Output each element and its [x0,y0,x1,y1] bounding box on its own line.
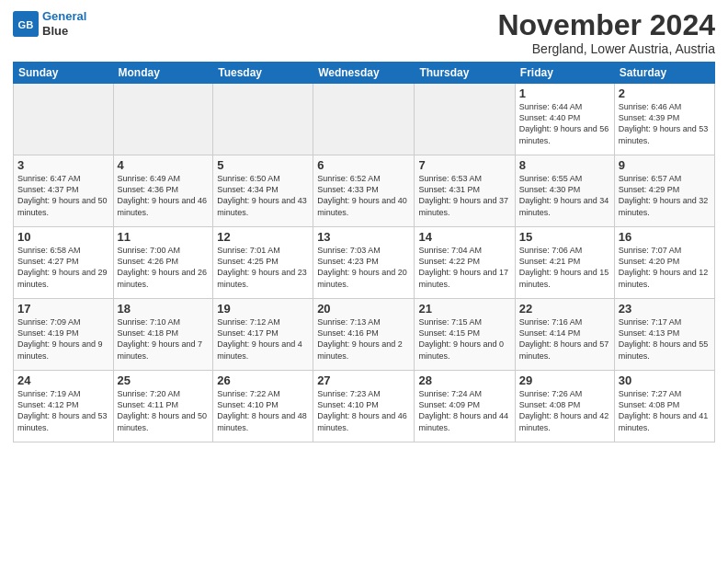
calendar-cell: 3Sunrise: 6:47 AM Sunset: 4:37 PM Daylig… [14,155,114,227]
calendar-cell: 26Sunrise: 7:22 AM Sunset: 4:10 PM Dayli… [213,371,313,442]
day-info: Sunrise: 6:44 AM Sunset: 4:40 PM Dayligh… [519,101,610,146]
day-info: Sunrise: 7:09 AM Sunset: 4:19 PM Dayligh… [17,316,109,362]
calendar-cell: 29Sunrise: 7:26 AM Sunset: 4:08 PM Dayli… [515,371,614,442]
calendar-week-row: 3Sunrise: 6:47 AM Sunset: 4:37 PM Daylig… [14,155,715,227]
day-info: Sunrise: 7:19 AM Sunset: 4:12 PM Dayligh… [17,388,109,433]
day-number: 20 [317,302,410,316]
calendar-cell: 5Sunrise: 6:50 AM Sunset: 4:34 PM Daylig… [213,155,313,227]
svg-text:GB: GB [18,18,34,29]
day-info: Sunrise: 7:27 AM Sunset: 4:08 PM Dayligh… [619,388,711,433]
day-info: Sunrise: 6:57 AM Sunset: 4:29 PM Dayligh… [619,173,711,218]
day-number: 11 [118,230,210,244]
calendar-cell: 1Sunrise: 6:44 AM Sunset: 4:40 PM Daylig… [515,84,614,155]
calendar-cell: 12Sunrise: 7:01 AM Sunset: 4:25 PM Dayli… [213,227,313,299]
day-number: 4 [118,158,210,172]
logo-text: General Blue [42,9,86,38]
day-number: 18 [118,302,210,316]
day-number: 1 [519,86,610,100]
calendar-cell: 7Sunrise: 6:53 AM Sunset: 4:31 PM Daylig… [415,155,515,227]
logo-line2: Blue [42,24,86,39]
calendar-cell [14,84,114,155]
weekday-header: Sunday [14,63,114,84]
day-info: Sunrise: 6:47 AM Sunset: 4:37 PM Dayligh… [17,173,109,218]
calendar-week-row: 1Sunrise: 6:44 AM Sunset: 4:40 PM Daylig… [14,84,715,155]
calendar-cell: 18Sunrise: 7:10 AM Sunset: 4:18 PM Dayli… [113,299,213,371]
day-info: Sunrise: 7:13 AM Sunset: 4:16 PM Dayligh… [317,316,410,362]
day-info: Sunrise: 7:06 AM Sunset: 4:21 PM Dayligh… [519,245,610,290]
weekday-header: Friday [515,63,614,84]
calendar-cell: 10Sunrise: 6:58 AM Sunset: 4:27 PM Dayli… [14,227,114,299]
calendar-cell: 21Sunrise: 7:15 AM Sunset: 4:15 PM Dayli… [415,299,515,371]
day-info: Sunrise: 7:20 AM Sunset: 4:11 PM Dayligh… [118,388,210,433]
calendar-header-row: SundayMondayTuesdayWednesdayThursdayFrid… [14,63,715,84]
day-info: Sunrise: 7:01 AM Sunset: 4:25 PM Dayligh… [217,245,309,290]
header: GB General Blue November 2024 Bergland, … [13,9,715,56]
calendar-cell [415,84,515,155]
calendar-cell [213,84,313,155]
logo-line1: General [42,9,86,23]
day-info: Sunrise: 6:52 AM Sunset: 4:33 PM Dayligh… [317,173,410,218]
day-info: Sunrise: 7:15 AM Sunset: 4:15 PM Dayligh… [418,316,510,362]
calendar-cell: 9Sunrise: 6:57 AM Sunset: 4:29 PM Daylig… [614,155,714,227]
calendar-cell: 14Sunrise: 7:04 AM Sunset: 4:22 PM Dayli… [415,227,515,299]
day-number: 29 [519,373,610,387]
day-number: 2 [619,86,711,100]
calendar-cell: 17Sunrise: 7:09 AM Sunset: 4:19 PM Dayli… [14,299,114,371]
calendar-week-row: 10Sunrise: 6:58 AM Sunset: 4:27 PM Dayli… [14,227,715,299]
calendar-cell: 11Sunrise: 7:00 AM Sunset: 4:26 PM Dayli… [113,227,213,299]
weekday-header: Saturday [614,63,714,84]
calendar-cell: 24Sunrise: 7:19 AM Sunset: 4:12 PM Dayli… [14,371,114,442]
day-info: Sunrise: 7:04 AM Sunset: 4:22 PM Dayligh… [418,245,510,290]
calendar-cell: 28Sunrise: 7:24 AM Sunset: 4:09 PM Dayli… [415,371,515,442]
day-info: Sunrise: 7:16 AM Sunset: 4:14 PM Dayligh… [519,316,610,362]
month-title: November 2024 [497,9,715,41]
weekday-header: Wednesday [313,63,415,84]
calendar-cell: 20Sunrise: 7:13 AM Sunset: 4:16 PM Dayli… [313,299,415,371]
day-number: 5 [217,158,309,172]
title-area: November 2024 Bergland, Lower Austria, A… [497,9,715,56]
day-number: 22 [519,302,610,316]
day-number: 16 [619,230,711,244]
calendar-cell: 19Sunrise: 7:12 AM Sunset: 4:17 PM Dayli… [213,299,313,371]
day-number: 28 [418,373,510,387]
calendar-cell: 6Sunrise: 6:52 AM Sunset: 4:33 PM Daylig… [313,155,415,227]
calendar-body: 1Sunrise: 6:44 AM Sunset: 4:40 PM Daylig… [14,84,715,442]
calendar-cell: 4Sunrise: 6:49 AM Sunset: 4:36 PM Daylig… [113,155,213,227]
day-info: Sunrise: 6:46 AM Sunset: 4:39 PM Dayligh… [619,101,711,146]
day-info: Sunrise: 7:23 AM Sunset: 4:10 PM Dayligh… [317,388,410,433]
day-info: Sunrise: 6:49 AM Sunset: 4:36 PM Dayligh… [118,173,210,218]
day-info: Sunrise: 7:00 AM Sunset: 4:26 PM Dayligh… [118,245,210,290]
day-info: Sunrise: 7:10 AM Sunset: 4:18 PM Dayligh… [118,316,210,362]
calendar-cell: 25Sunrise: 7:20 AM Sunset: 4:11 PM Dayli… [113,371,213,442]
calendar-cell [313,84,415,155]
day-number: 14 [418,230,510,244]
calendar-week-row: 24Sunrise: 7:19 AM Sunset: 4:12 PM Dayli… [14,371,715,442]
day-info: Sunrise: 7:07 AM Sunset: 4:20 PM Dayligh… [619,245,711,290]
day-info: Sunrise: 7:24 AM Sunset: 4:09 PM Dayligh… [418,388,510,433]
day-number: 15 [519,230,610,244]
day-number: 3 [17,158,109,172]
calendar-week-row: 17Sunrise: 7:09 AM Sunset: 4:19 PM Dayli… [14,299,715,371]
calendar-cell: 22Sunrise: 7:16 AM Sunset: 4:14 PM Dayli… [515,299,614,371]
day-number: 30 [619,373,711,387]
logo-icon: GB [13,11,39,37]
day-number: 6 [317,158,410,172]
day-number: 23 [619,302,711,316]
day-info: Sunrise: 6:53 AM Sunset: 4:31 PM Dayligh… [418,173,510,218]
day-number: 9 [619,158,711,172]
calendar-cell: 13Sunrise: 7:03 AM Sunset: 4:23 PM Dayli… [313,227,415,299]
calendar-cell: 15Sunrise: 7:06 AM Sunset: 4:21 PM Dayli… [515,227,614,299]
day-info: Sunrise: 7:17 AM Sunset: 4:13 PM Dayligh… [619,316,711,362]
calendar-cell: 27Sunrise: 7:23 AM Sunset: 4:10 PM Dayli… [313,371,415,442]
weekday-header: Monday [113,63,213,84]
day-number: 12 [217,230,309,244]
calendar: SundayMondayTuesdayWednesdayThursdayFrid… [13,62,715,442]
day-info: Sunrise: 6:55 AM Sunset: 4:30 PM Dayligh… [519,173,610,218]
day-number: 7 [418,158,510,172]
day-info: Sunrise: 7:26 AM Sunset: 4:08 PM Dayligh… [519,388,610,433]
day-info: Sunrise: 7:12 AM Sunset: 4:17 PM Dayligh… [217,316,309,362]
day-number: 10 [17,230,109,244]
day-number: 27 [317,373,410,387]
day-number: 21 [418,302,510,316]
calendar-cell: 2Sunrise: 6:46 AM Sunset: 4:39 PM Daylig… [614,84,714,155]
